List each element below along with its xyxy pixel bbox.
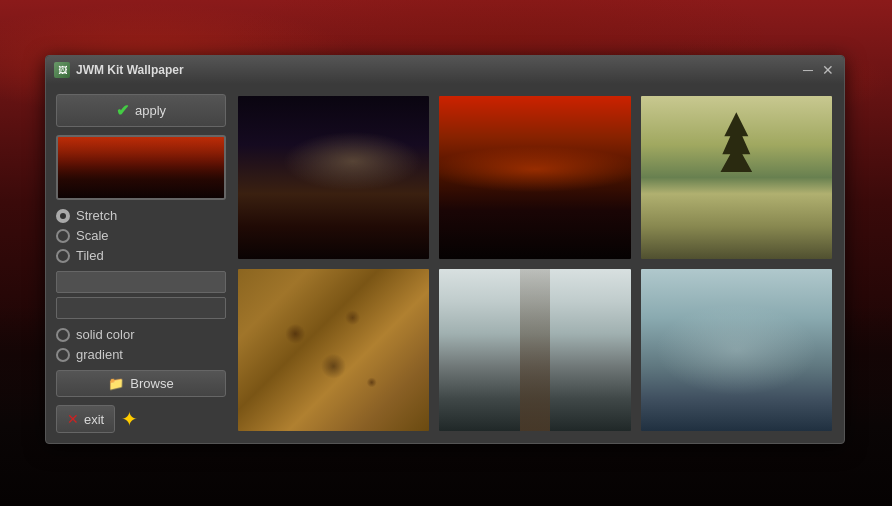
stretch-option[interactable]: Stretch <box>56 208 226 223</box>
titlebar-controls: ─ ✕ <box>800 62 836 78</box>
tiled-label: Tiled <box>76 248 104 263</box>
stretch-label: Stretch <box>76 208 117 223</box>
thumbnail-milky-way <box>238 96 429 259</box>
apply-button[interactable]: ✔ apply <box>56 94 226 127</box>
bottom-buttons: ✕ exit ✦ <box>56 405 226 433</box>
tiled-radio[interactable] <box>56 249 70 263</box>
solid-color-radio[interactable] <box>56 328 70 342</box>
scale-label: Scale <box>76 228 109 243</box>
browse-button[interactable]: 📁 Browse <box>56 370 226 397</box>
star-button[interactable]: ✦ <box>121 409 138 429</box>
titlebar: 🖼 JWM Kit Wallpaper ─ ✕ <box>46 56 844 84</box>
display-mode-group: Stretch Scale Tiled <box>56 208 226 263</box>
thumbnail-frost-branch <box>641 269 832 432</box>
preview-thumbnail <box>56 135 226 200</box>
thumbnail-tree-reflection <box>641 96 832 259</box>
window-body: ✔ apply Stretch Scale Tiled <box>46 84 844 443</box>
gallery-item-sunset-red[interactable] <box>437 94 632 261</box>
gradient-radio[interactable] <box>56 348 70 362</box>
gallery-item-mayan-carving[interactable] <box>236 267 431 434</box>
scale-option[interactable]: Scale <box>56 228 226 243</box>
exit-button[interactable]: ✕ exit <box>56 405 115 433</box>
exit-label: exit <box>84 412 104 427</box>
checkmark-icon: ✔ <box>116 101 129 120</box>
titlebar-left: 🖼 JWM Kit Wallpaper <box>54 62 184 78</box>
minimize-button[interactable]: ─ <box>800 62 816 78</box>
browse-label: Browse <box>130 376 173 391</box>
window: 🖼 JWM Kit Wallpaper ─ ✕ ✔ apply Stretch <box>45 55 845 444</box>
gallery-item-milky-way[interactable] <box>236 94 431 261</box>
apply-label: apply <box>135 103 166 118</box>
star-icon: ✦ <box>121 408 138 430</box>
scale-radio[interactable] <box>56 229 70 243</box>
folder-icon: 📁 <box>108 376 124 391</box>
gallery-item-tree-reflection[interactable] <box>639 94 834 261</box>
tiled-option[interactable]: Tiled <box>56 248 226 263</box>
color-input-1[interactable] <box>56 271 226 293</box>
sidebar: ✔ apply Stretch Scale Tiled <box>56 94 226 433</box>
color-row <box>56 271 226 319</box>
gallery-item-frost-branch[interactable] <box>639 267 834 434</box>
window-title: JWM Kit Wallpaper <box>76 63 184 77</box>
thumbnail-foggy-tracks <box>439 269 630 432</box>
thumbnail-sunset-red <box>439 96 630 259</box>
exit-icon: ✕ <box>67 411 79 427</box>
gallery-item-foggy-tracks[interactable] <box>437 267 632 434</box>
close-button[interactable]: ✕ <box>820 62 836 78</box>
stretch-radio[interactable] <box>56 209 70 223</box>
thumbnail-mayan-carving <box>238 269 429 432</box>
solid-color-option[interactable]: solid color <box>56 327 226 342</box>
gradient-option[interactable]: gradient <box>56 347 226 362</box>
color-input-2[interactable] <box>56 297 226 319</box>
window-icon: 🖼 <box>54 62 70 78</box>
gradient-label: gradient <box>76 347 123 362</box>
image-gallery <box>236 94 834 433</box>
solid-color-label: solid color <box>76 327 135 342</box>
fill-mode-group: solid color gradient <box>56 327 226 362</box>
